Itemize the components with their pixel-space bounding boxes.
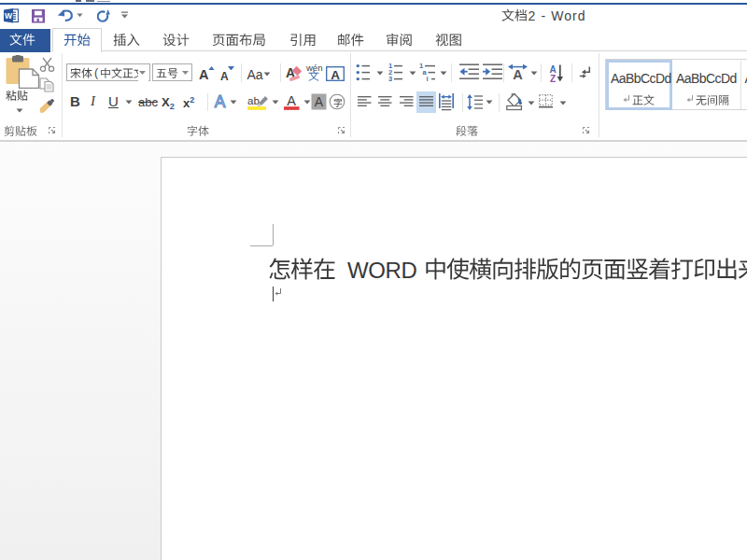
svg-text:A: A: [215, 92, 226, 110]
svg-text:i: i: [427, 75, 429, 81]
svg-text:3: 3: [388, 75, 392, 81]
svg-text:A: A: [331, 67, 340, 80]
svg-text:A: A: [287, 93, 296, 108]
svg-text:Z: Z: [550, 74, 556, 83]
svg-text:A: A: [315, 94, 324, 109]
svg-text:W: W: [5, 11, 13, 21]
svg-text:A: A: [513, 67, 523, 80]
svg-text:ab: ab: [247, 95, 260, 106]
